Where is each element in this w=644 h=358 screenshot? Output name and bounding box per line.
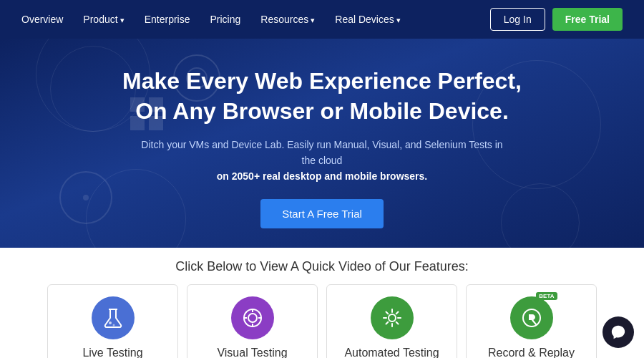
visual-testing-title: Visual Testing bbox=[217, 347, 287, 358]
visual-testing-icon bbox=[231, 296, 274, 339]
flask-icon bbox=[103, 306, 123, 329]
nav-overview[interactable]: Overview bbox=[21, 14, 63, 25]
free-trial-button[interactable]: Free Trial bbox=[552, 8, 623, 31]
svg-point-7 bbox=[83, 195, 89, 200]
live-testing-icon bbox=[92, 296, 135, 339]
hero-subtext: Ditch your VMs and Device Lab. Easily ru… bbox=[136, 137, 508, 185]
nav-enterprise[interactable]: Enterprise bbox=[145, 14, 190, 25]
nav-pricing[interactable]: Pricing bbox=[210, 14, 240, 25]
card-record-replay: BETA Record & Replay Automation Testing … bbox=[466, 284, 597, 358]
nav-real-devices[interactable]: Real Devices bbox=[335, 14, 401, 25]
hero-headline: Make Every Web Experience Perfect, On An… bbox=[122, 67, 522, 126]
feature-cards: Live Testing Interactive, Manual Testing… bbox=[43, 284, 601, 358]
gear-icon bbox=[381, 306, 404, 329]
record-icon bbox=[520, 306, 543, 329]
svg-point-17 bbox=[389, 314, 396, 321]
svg-line-19 bbox=[532, 320, 536, 324]
login-button[interactable]: Log In bbox=[490, 8, 545, 31]
chat-bubble-button[interactable] bbox=[602, 316, 634, 348]
card-automated-testing: Automated Testing Selenium & Appium Test… bbox=[326, 284, 457, 358]
record-replay-icon bbox=[510, 296, 553, 339]
beta-badge: BETA bbox=[536, 292, 557, 300]
camera-icon bbox=[241, 306, 264, 329]
navbar: Overview Product Enterprise Pricing Reso… bbox=[0, 0, 644, 39]
chat-icon bbox=[610, 324, 626, 340]
hero-section: Make Every Web Experience Perfect, On An… bbox=[0, 39, 644, 248]
video-section: Click Below to View A Quick Video of Our… bbox=[0, 248, 644, 358]
card-live-testing: Live Testing Interactive, Manual Testing… bbox=[47, 284, 178, 358]
start-trial-button[interactable]: Start A Free Trial bbox=[260, 199, 384, 228]
record-icon-wrapper: BETA bbox=[510, 296, 553, 342]
nav-resources[interactable]: Resources bbox=[260, 14, 315, 25]
automated-testing-title: Automated Testing bbox=[344, 347, 439, 358]
nav-links: Overview Product Enterprise Pricing Reso… bbox=[21, 14, 401, 25]
svg-point-12 bbox=[248, 314, 257, 322]
nav-product[interactable]: Product bbox=[83, 14, 124, 25]
automated-testing-icon bbox=[371, 296, 414, 339]
svg-point-9 bbox=[109, 321, 112, 324]
live-testing-title: Live Testing bbox=[82, 347, 142, 358]
svg-point-6 bbox=[60, 172, 112, 223]
safari-icon bbox=[57, 169, 114, 226]
nav-buttons: Log In Free Trial bbox=[490, 8, 623, 31]
card-visual-testing: Visual Testing Automated Screenshots & C… bbox=[187, 284, 318, 358]
record-replay-title: Record & Replay bbox=[488, 347, 575, 358]
svg-point-10 bbox=[112, 324, 114, 326]
video-section-heading: Click Below to View A Quick Video of Our… bbox=[175, 259, 469, 274]
